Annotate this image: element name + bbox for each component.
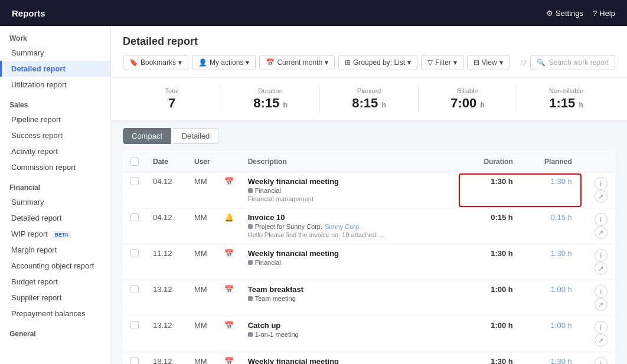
sidebar-item-utilization-report[interactable]: Utilization report: [0, 77, 110, 93]
filter-button[interactable]: ▽ Filter ▾: [421, 55, 463, 70]
group-icon: ⊞: [345, 58, 351, 67]
col-header-check: [123, 152, 146, 172]
search-box[interactable]: 🔍 Search work report: [530, 55, 615, 70]
more-button[interactable]: ↗: [595, 262, 608, 275]
calendar-icon: 📅: [224, 177, 234, 186]
stat-duration: Duration 8:15 h: [221, 85, 320, 113]
sidebar-item-financial-summary[interactable]: Summary: [0, 194, 110, 210]
duration-cell: 1:00 h: [461, 280, 520, 316]
view-icon: ⊟: [473, 58, 479, 67]
help-link[interactable]: ? Help: [593, 9, 615, 18]
desc-title: Team breakfast: [248, 285, 454, 294]
sidebar-item-success-report[interactable]: Success report: [0, 127, 110, 143]
sidebar-section-sales: Sales: [0, 93, 110, 112]
row-actions: i ↗: [579, 280, 615, 316]
row-checkbox[interactable]: [130, 213, 139, 221]
duration-cell: 1:00 h: [461, 316, 520, 352]
desc-tag: 1-on-1 meeting: [248, 331, 299, 338]
detailed-view-button[interactable]: Detailed: [174, 128, 219, 144]
row-check: [123, 316, 146, 352]
my-actions-button[interactable]: 👤 My actions ▾: [192, 55, 256, 70]
row-actions: i ↗: [579, 244, 615, 280]
row-user: MM: [187, 316, 217, 352]
planned-cell: 1:30 h: [520, 244, 579, 280]
sidebar-item-commission-report[interactable]: Commission report: [0, 159, 110, 175]
row-checkbox[interactable]: [130, 357, 139, 364]
sidebar-item-wip-report[interactable]: WIP report BETA: [0, 226, 110, 242]
filter-icon: ▽: [427, 58, 433, 67]
calendar-icon: 📅: [224, 357, 234, 364]
bookmarks-button[interactable]: 🔖 Bookmarks ▾: [123, 55, 188, 70]
sidebar-item-financial-detailed[interactable]: Detailed report: [0, 210, 110, 226]
chevron-down-icon: ▾: [407, 58, 411, 67]
info-button[interactable]: i: [595, 357, 608, 364]
page-header: Detailed report 🔖 Bookmarks ▾ 👤 My actio…: [111, 26, 627, 78]
work-report-table: Date User Description Duration Planned 0…: [123, 151, 615, 364]
sidebar-item-detailed-report[interactable]: Detailed report: [0, 61, 110, 77]
planned-cell: 0:15 h: [520, 208, 579, 244]
tag-link[interactable]: Sunny Corp.: [325, 223, 361, 230]
info-button[interactable]: i: [595, 177, 608, 190]
compact-view-button[interactable]: Compact: [123, 128, 171, 144]
row-description: Invoice 10 Project for Sunny Corp.Sunny …: [241, 208, 461, 244]
select-all-checkbox[interactable]: [130, 158, 139, 166]
filter-funnel-icon: ▽: [521, 58, 527, 67]
info-button[interactable]: i: [595, 285, 608, 298]
sidebar-item-summary-work[interactable]: Summary: [0, 45, 110, 61]
col-header-icon: [217, 152, 241, 172]
sidebar-item-margin-report[interactable]: Margin report: [0, 242, 110, 258]
more-button[interactable]: ↗: [595, 190, 608, 203]
sidebar-item-activity-report[interactable]: Activity report: [0, 143, 110, 159]
sidebar-section-general: General: [0, 322, 110, 340]
stats-bar: Total 7 Duration 8:15 h Planned 8:15 h B…: [111, 78, 627, 121]
desc-title: Weekly financial meeting: [248, 177, 454, 186]
grouped-by-button[interactable]: ⊞ Grouped by: List ▾: [338, 55, 417, 70]
calendar-icon: 📅: [224, 321, 234, 330]
chevron-down-icon: ▾: [499, 58, 503, 67]
stat-non-billable: Non-billable 1:15 h: [517, 85, 615, 113]
view-button[interactable]: ⊟ View ▾: [467, 55, 510, 70]
beta-badge: BETA: [53, 231, 71, 238]
row-description: Team breakfast Team meeting: [241, 280, 461, 316]
desc-tag: Financial: [248, 187, 281, 194]
app-header: Reports ⚙ Settings ? Help: [0, 0, 627, 26]
calendar-icon: 📅: [266, 58, 275, 67]
row-date: 13.12: [146, 280, 187, 316]
table-row: 18.12 MM 📅 Weekly financial meeting Fina…: [123, 352, 615, 365]
sidebar: Work Summary Detailed report Utilization…: [0, 26, 111, 364]
table-container: Date User Description Duration Planned 0…: [111, 151, 627, 364]
toolbar-search: ▽ 🔍 Search work report: [521, 55, 615, 70]
row-description: Weekly financial meeting Financial: [241, 352, 461, 365]
info-button[interactable]: i: [595, 249, 608, 262]
row-checkbox[interactable]: [130, 321, 139, 329]
tag-dot: [248, 224, 253, 229]
row-checkbox[interactable]: [130, 177, 139, 185]
info-button[interactable]: i: [595, 213, 608, 226]
desc-title: Weekly financial meeting: [248, 249, 454, 258]
tag-dot: [248, 188, 253, 193]
tag-dot: [248, 296, 253, 301]
row-date: 18.12: [146, 352, 187, 365]
col-header-duration: Duration: [461, 152, 520, 172]
duration-cell: 1:30 h: [461, 172, 520, 208]
more-button[interactable]: ↗: [595, 298, 608, 311]
app-title: Reports: [12, 8, 45, 18]
current-month-button[interactable]: 📅 Current month ▾: [259, 55, 335, 70]
sidebar-item-budget-report[interactable]: Budget report: [0, 274, 110, 290]
row-checkbox[interactable]: [130, 285, 139, 293]
duration-cell: 1:30 h: [461, 244, 520, 280]
row-description: Catch up 1-on-1 meeting: [241, 316, 461, 352]
info-button[interactable]: i: [595, 321, 608, 334]
sidebar-item-accounting-object-report[interactable]: Accounting object report: [0, 258, 110, 274]
sidebar-item-pipeline-report[interactable]: Pipeline report: [0, 112, 110, 127]
row-checkbox[interactable]: [130, 249, 139, 257]
stat-total: Total 7: [123, 85, 221, 113]
more-button[interactable]: ↗: [595, 334, 608, 347]
settings-link[interactable]: ⚙ Settings: [546, 9, 583, 18]
row-user: MM: [187, 172, 217, 208]
sidebar-item-supplier-report[interactable]: Supplier report: [0, 290, 110, 306]
more-button[interactable]: ↗: [595, 226, 608, 239]
chevron-down-icon: ▾: [246, 58, 249, 67]
desc-tag: Team meeting: [248, 295, 296, 302]
sidebar-item-prepayment-balances[interactable]: Prepayment balances: [0, 306, 110, 322]
